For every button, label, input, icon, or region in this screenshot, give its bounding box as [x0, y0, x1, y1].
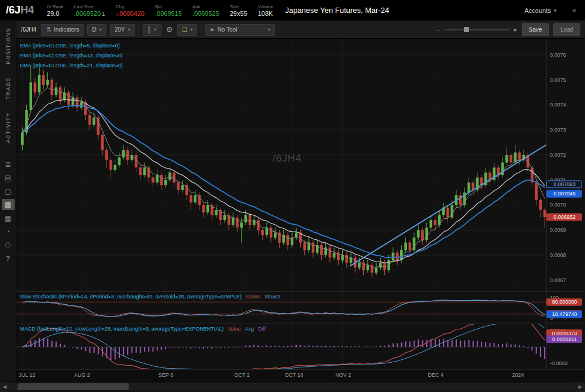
time-axis-label: AUG 2 [74, 372, 90, 378]
quote-field: Size29x55 [230, 4, 247, 17]
chevron-down-icon: ▾ [554, 8, 557, 13]
scrollbar-thumb[interactable] [18, 383, 129, 390]
scroll-step-button[interactable]: ▸ [514, 26, 517, 33]
legend-slowd: SlowD [265, 294, 280, 300]
study-label: EMA (price=CLOSE, length=21, displace=0) [20, 61, 123, 71]
toolbar-divider [139, 25, 139, 35]
quote-field-value: 29x55 [230, 10, 247, 17]
arrow-left-icon: ◀ [3, 384, 7, 390]
price-chart-panel[interactable]: 0.00760.00750.00740.00730.00720.00710.00… [16, 39, 585, 291]
study-label: EMA (price=CLOSE, length=13, displace=0) [20, 51, 123, 61]
stochastic-panel[interactable]: 100080.00000020.00000018.479740 Slow Sto… [16, 291, 585, 324]
time-axis-label: DEC 4 [428, 372, 444, 378]
panel-study-label: Slow Stochastic (kPeriod=14, dPeriod=3, … [20, 294, 242, 300]
quote-field: Ask.0069525 [192, 4, 219, 17]
load-button[interactable]: Load [553, 23, 580, 36]
svg-text:18.479740: 18.479740 [552, 311, 577, 317]
timeframe-value: D [92, 26, 96, 33]
panel-study-label: MACD (fastLength=12, slowLength=26, macd… [20, 326, 223, 332]
quote-field-label: Chg [115, 4, 124, 9]
no-tool-dropdown[interactable]: ➤ No Tool ▾ [205, 24, 275, 36]
svg-text:80.000000: 80.000000 [552, 299, 577, 305]
chevron-down-icon: ▾ [99, 27, 102, 32]
svg-text:0.0070: 0.0070 [550, 202, 566, 208]
svg-text:0.0075: 0.0075 [550, 77, 566, 83]
collapse-panel-button[interactable]: « [569, 5, 579, 16]
scroll-left-button[interactable]: ◀ [0, 381, 9, 392]
svg-text:0.0000211: 0.0000211 [552, 336, 577, 342]
toolbar-divider [201, 25, 201, 35]
chevron-down-icon: ▾ [190, 27, 192, 32]
svg-text:0.007083: 0.007083 [553, 181, 576, 187]
zoom-slider[interactable] [445, 29, 509, 30]
svg-text:0.0069: 0.0069 [550, 227, 566, 233]
community-icon[interactable]: ⚇ [2, 239, 15, 250]
quote-header: /6JH4 IV Rank29.0Last Size.00695201Chg-.… [0, 0, 585, 21]
toolbar-symbol-label: /6JH4 [21, 26, 36, 33]
quote-field-label: Size [230, 4, 239, 9]
history-clock-icon[interactable]: ◔ [2, 226, 15, 237]
chart-scrollbar[interactable]: ◀ ▶ [0, 381, 585, 392]
instrument-title: Japanese Yen Futures, Mar-24 [285, 6, 389, 15]
svg-text:0.0072: 0.0072 [550, 152, 566, 158]
cursor-icon: ➤ [209, 26, 214, 33]
scrollbar-track[interactable] [9, 383, 576, 390]
quote-field-label: Last Size [74, 4, 94, 9]
grid-icon[interactable]: ▦ [2, 212, 15, 223]
macd-label-row: MACD (fastLength=12, slowLength=26, macd… [20, 326, 266, 332]
caret-right-icon: ▸ [514, 26, 517, 33]
left-sidebar: POSITIONSTRADEACTIVITY≣▤▢▥▦◔⚇? [0, 21, 16, 381]
zoom-slider-thumb[interactable] [464, 27, 469, 32]
svg-text:0.0068: 0.0068 [550, 252, 566, 258]
chevron-down-icon: ▾ [268, 27, 270, 32]
watchlist-icon[interactable]: ▤ [2, 172, 15, 183]
legend-diff: Diff [258, 326, 266, 332]
macd-panel[interactable]: 0.0002-0.00020.00003730.0000211 MACD (fa… [16, 324, 585, 369]
sidebar-tab-activity[interactable]: ACTIVITY [5, 112, 11, 143]
quote-field: Volume108K [258, 4, 274, 17]
arrow-right-icon: ▶ [579, 384, 583, 390]
quote-field-label: IV Rank [47, 4, 63, 9]
chevron-down-icon: ▾ [128, 27, 130, 32]
help-icon[interactable]: ? [2, 253, 15, 264]
quote-field-value: .0069515 [155, 10, 182, 17]
legend-slowk: SlowK [246, 294, 261, 300]
time-axis-label: 2024 [512, 372, 524, 378]
draw-tools-icon: ❏ [182, 26, 187, 33]
quote-field-value: -.0000420 [115, 10, 144, 17]
svg-text:0.0000373: 0.0000373 [552, 331, 577, 336]
candle-type-icon: ║ [147, 26, 152, 33]
accounts-dropdown[interactable]: Accounts ▾ [521, 5, 560, 16]
range-dropdown[interactable]: 20Y ▾ [110, 24, 135, 36]
quote-field: Bid.0069515 [155, 4, 182, 17]
quote-fields: IV Rank29.0Last Size.00695201Chg-.000042… [47, 4, 273, 17]
time-axis-label: OCT 18 [285, 372, 303, 378]
timeframe-dropdown[interactable]: D ▾ [87, 24, 106, 36]
study-labels: EMA (price=CLOSE, length=5, displace=0)E… [20, 41, 123, 71]
quote-field-value: .00695201 [74, 10, 105, 17]
load-label: Load [560, 26, 573, 33]
indicators-button[interactable]: ⚗ Indicators [41, 24, 84, 36]
sidebar-icons: ≣▤▢▥▦◔⚇? [2, 157, 15, 265]
stochastic-label-row: Slow Stochastic (kPeriod=14, dPeriod=3, … [20, 294, 280, 300]
chart-settings-button[interactable]: ⚙ [165, 25, 174, 34]
sidebar-tab-trade[interactable]: TRADE [5, 77, 11, 99]
tool-label: No Tool [218, 26, 238, 33]
chart-type-dropdown[interactable]: ║ ▾ [143, 24, 161, 36]
drawing-tools-dropdown[interactable]: ❏ ▾ [177, 24, 197, 36]
save-label: Save [529, 26, 542, 33]
price-chart-canvas[interactable]: 0.00760.00750.00740.00730.00720.00710.00… [16, 39, 585, 291]
chart-toolbar: /6JH4 ⚗ Indicators D ▾ 20Y ▾ ║ ▾ ⚙ ❏ ▾ ➤… [16, 21, 585, 39]
sidebar-tab-positions[interactable]: POSITIONS [5, 27, 11, 64]
chart-icon[interactable]: ▥ [2, 199, 15, 210]
scroll-right-button[interactable]: ▶ [576, 381, 585, 392]
save-button[interactable]: Save [522, 23, 549, 36]
time-axis-label: SEP 6 [159, 372, 173, 378]
notes-icon[interactable]: ▢ [2, 185, 15, 197]
quote-field: IV Rank29.0 [47, 4, 63, 17]
svg-text:0.0074: 0.0074 [550, 102, 566, 108]
chevron-down-icon: ▾ [154, 27, 157, 32]
orders-icon[interactable]: ≣ [2, 159, 15, 170]
zoom-out-button[interactable]: − [436, 26, 440, 33]
collapse-icon: « [572, 6, 576, 15]
